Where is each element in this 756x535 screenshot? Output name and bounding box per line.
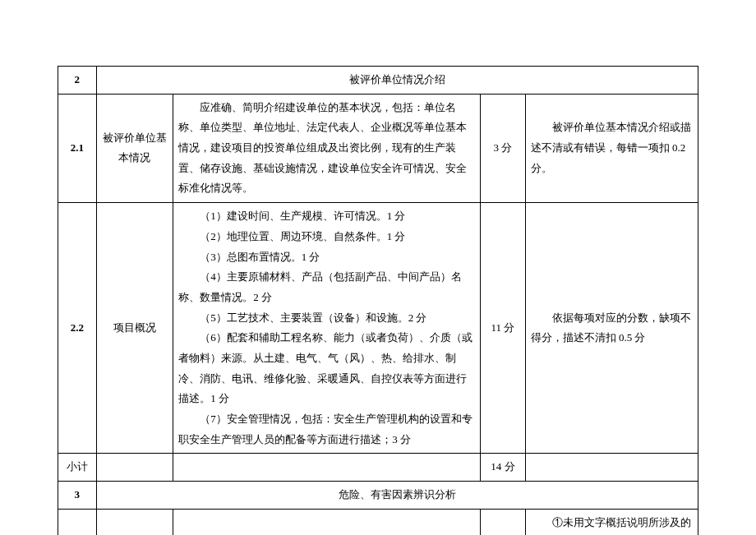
subtotal-empty1 bbox=[96, 454, 173, 482]
row-2-1-note: 被评价单位基本情况介绍或描述不清或有错误，每错一项扣 0.2 分。 bbox=[525, 94, 698, 202]
row-2-2-score: 11 分 bbox=[481, 203, 526, 454]
row-2-2-number: 2.2 bbox=[58, 203, 97, 454]
row-2-2: 2.2 项目概况 （1）建设时间、生产规模、许可情况。1 分 （2）地理位置、周… bbox=[58, 203, 698, 454]
row-2-1-number: 2.1 bbox=[58, 94, 97, 202]
row-2-1-desc: 应准确、简明介绍建设单位的基本状况，包括：单位名称、单位类型、单位地址、法定代表… bbox=[173, 94, 481, 202]
row-2-1-item: 被评价单位基本情况 bbox=[96, 94, 173, 202]
section-3-header: 3 危险、有害因素辨识分析 bbox=[58, 482, 698, 510]
row-2-2-note: 依据每项对应的分数，缺项不得分，描述不清扣 0.5 分 bbox=[525, 203, 698, 454]
subtotal-empty2 bbox=[173, 454, 481, 482]
row-3-1-number: 3.1 bbox=[58, 509, 97, 535]
row-2-2-desc: （1）建设时间、生产规模、许可情况。1 分 （2）地理位置、周边环境、自然条件。… bbox=[173, 203, 481, 454]
section-2-header: 2 被评价单位情况介绍 bbox=[58, 67, 698, 95]
row-3-1-a-score: 3 分 bbox=[481, 509, 526, 535]
row-3-1-a: 3.1 危险、有害因素辨识分析 （1）物质的危险、有害特性。 对所涉及的危险化学… bbox=[58, 509, 698, 535]
row-2-1: 2.1 被评价单位基本情况 应准确、简明介绍建设单位的基本状况，包括：单位名称、… bbox=[58, 94, 698, 202]
section-2-number: 2 bbox=[58, 67, 97, 95]
section-3-number: 3 bbox=[58, 482, 97, 510]
row-3-1-a-desc: （1）物质的危险、有害特性。 对所涉及的危险化学品（原料、中间产品、最终产品或者… bbox=[173, 509, 481, 535]
section-3-title: 危险、有害因素辨识分析 bbox=[96, 482, 698, 510]
subtotal-score: 14 分 bbox=[481, 454, 526, 482]
row-3-1-a-note: ①未用文字概括说明所涉及的所有危险化学品及其分类情况，扣 0.5 分；有遗漏，扣… bbox=[525, 509, 698, 535]
row-2-1-score: 3 分 bbox=[481, 94, 526, 202]
subtotal-row: 小计 14 分 bbox=[58, 454, 698, 482]
row-3-1-item: 危险、有害因素辨识分析 bbox=[96, 509, 173, 535]
subtotal-label: 小计 bbox=[58, 454, 97, 482]
subtotal-empty3 bbox=[525, 454, 698, 482]
section-2-title: 被评价单位情况介绍 bbox=[96, 67, 698, 95]
evaluation-criteria-table: 2 被评价单位情况介绍 2.1 被评价单位基本情况 应准确、简明介绍建设单位的基… bbox=[58, 66, 698, 535]
row-2-2-item: 项目概况 bbox=[96, 203, 173, 454]
